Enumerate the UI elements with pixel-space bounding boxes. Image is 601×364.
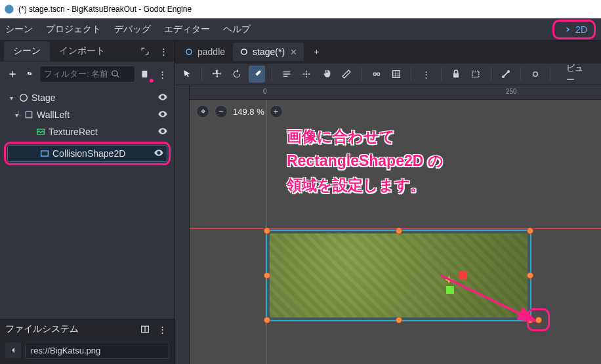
editor-tab-stage[interactable]: stage(*) ✕: [233, 43, 304, 61]
vertical-ruler: [175, 85, 190, 364]
svg-point-9: [241, 49, 247, 54]
tree-node-wallleft[interactable]: └ ▾ WallLeft: [4, 106, 171, 123]
zoom-out-button[interactable]: −: [215, 105, 228, 118]
tree-node-collisionshape2d[interactable]: CollisionShape2D: [7, 145, 167, 162]
dock-expand-icon[interactable]: [138, 44, 152, 58]
anim-key-button[interactable]: [528, 66, 543, 83]
svg-point-0: [5, 5, 13, 13]
viewport-2d[interactable]: 0 250 ⌖ − 149.8 % ＋ 画像に合わせて RectangleSha…: [175, 85, 601, 364]
left-dock: シーン インポート ⋮ フィルター: 名前 ⋮: [0, 41, 175, 364]
chevron-down-icon[interactable]: ▾: [7, 94, 16, 102]
menu-debug[interactable]: デバッグ: [114, 24, 151, 35]
pan-tool-button[interactable]: [319, 66, 335, 83]
node-icon: [18, 92, 29, 103]
svg-point-12: [377, 73, 379, 75]
rotate-tool-button[interactable]: [229, 66, 245, 83]
scene-icon: [184, 47, 194, 56]
zoom-value: 149.8 %: [233, 107, 264, 117]
scene-tree: ▾ Stage └ ▾ WallLeft TextureRect: [0, 87, 175, 319]
menu-help[interactable]: ヘルプ: [223, 24, 251, 35]
fs-path-input[interactable]: res://BigKatsu.png: [25, 342, 169, 359]
menu-editor[interactable]: エディター: [164, 24, 210, 35]
svg-point-11: [373, 73, 376, 75]
godot-icon: [4, 4, 14, 14]
menu-project[interactable]: プロジェクト: [46, 24, 101, 35]
group-button[interactable]: [468, 66, 484, 83]
search-icon: [111, 70, 120, 79]
pivot-button[interactable]: [299, 66, 314, 83]
zoom-controls: ⌖ − 149.8 % ＋: [196, 105, 283, 118]
filesystem-dock: ファイルシステム ⋮ res://BigKatsu.png: [0, 319, 175, 364]
texturerect-icon: [35, 127, 46, 137]
fs-more-icon[interactable]: ⋮: [155, 322, 169, 336]
gizmo-x-handle[interactable]: [459, 272, 467, 279]
gizmo-origin-icon: ✦: [445, 274, 453, 286]
workspace-2d-button[interactable]: 2D: [557, 23, 591, 36]
ruler-tick: 0: [263, 88, 267, 95]
snap-options-button[interactable]: [368, 66, 384, 83]
dock-more-icon[interactable]: ⋮: [156, 44, 171, 58]
fs-split-icon[interactable]: [138, 322, 152, 336]
add-node-button[interactable]: [5, 67, 20, 81]
gizmo-y-handle[interactable]: [446, 286, 454, 294]
resize-handle[interactable]: [264, 228, 270, 234]
window-titlebar: (*) stage.tscn - BigKatsuBreakOut - Godo…: [0, 0, 601, 18]
resize-handle[interactable]: [264, 317, 270, 323]
close-icon[interactable]: ✕: [290, 47, 297, 57]
wall-texture: [270, 233, 528, 317]
ruler-tool-button[interactable]: [339, 66, 354, 83]
annotation-text: 画像に合わせて RectangleShape2D の 領域を設定します。: [287, 125, 444, 197]
visibility-toggle-icon[interactable]: [154, 148, 164, 160]
grid-snap-button[interactable]: [388, 66, 404, 83]
extra-handle-dot[interactable]: [535, 317, 542, 323]
visibility-toggle-icon[interactable]: [157, 92, 168, 104]
zoom-in-button[interactable]: ＋: [270, 105, 283, 118]
tree-node-stage[interactable]: ▾ Stage: [4, 89, 171, 106]
fs-path-text: res://BigKatsu.png: [31, 346, 100, 355]
fs-back-button[interactable]: [5, 342, 21, 358]
resize-handle[interactable]: [527, 272, 533, 279]
tab-import[interactable]: インポート: [50, 41, 114, 61]
scene-more-icon[interactable]: ⋮: [155, 67, 169, 81]
visibility-toggle-icon[interactable]: [157, 109, 168, 121]
svg-point-15: [507, 70, 510, 73]
editor-tab-paddle[interactable]: paddle: [178, 43, 232, 61]
resize-handle[interactable]: [527, 228, 533, 234]
visibility-toggle-icon[interactable]: [157, 126, 168, 138]
instance-scene-button[interactable]: [22, 67, 37, 81]
scene-filter-input[interactable]: フィルター: 名前: [39, 66, 135, 83]
menu-scene[interactable]: シーン: [5, 24, 33, 35]
select-tool-button[interactable]: [179, 66, 195, 83]
resize-handle[interactable]: [396, 228, 402, 234]
svg-rect-13: [473, 71, 479, 77]
list-select-button[interactable]: [279, 66, 295, 83]
move-tool-button[interactable]: [209, 66, 224, 83]
tree-label: Stage: [31, 92, 56, 103]
highlight-2d-button: 2D: [552, 20, 596, 39]
editor-area: paddle stage(*) ✕ ＋ ⋮: [175, 41, 601, 364]
lock-button[interactable]: [448, 66, 464, 83]
scene-filter-placeholder: フィルター: 名前: [44, 68, 108, 80]
editor-tab-label: paddle: [197, 47, 225, 57]
view-menu-button[interactable]: ビュー: [560, 60, 597, 89]
staticbody-icon: [24, 110, 34, 120]
tree-label: CollisionShape2D: [52, 148, 125, 159]
tab-scene[interactable]: シーン: [4, 41, 50, 61]
bone-button[interactable]: [498, 66, 514, 83]
tree-node-texturerect[interactable]: TextureRect: [4, 123, 171, 140]
scale-tool-button[interactable]: [249, 66, 264, 83]
collision-shape-rect[interactable]: ✦: [266, 230, 531, 321]
zoom-reset-button[interactable]: ⌖: [196, 105, 209, 118]
scene-dock-tabs: シーン インポート ⋮: [0, 41, 175, 62]
svg-rect-3: [26, 111, 31, 117]
horizontal-ruler: 0 250: [175, 85, 601, 100]
add-tab-button[interactable]: ＋: [309, 45, 323, 59]
scene-toolbar: フィルター: 名前 ⋮: [0, 62, 175, 87]
scene-icon: [239, 47, 249, 56]
resize-handle[interactable]: [264, 272, 270, 279]
attach-script-button[interactable]: [138, 67, 152, 81]
tree-label: WallLeft: [37, 110, 70, 120]
snap-more-button[interactable]: ⋮: [418, 66, 434, 83]
resize-handle[interactable]: [396, 317, 402, 323]
editor-tab-label: stage(*): [253, 47, 285, 57]
